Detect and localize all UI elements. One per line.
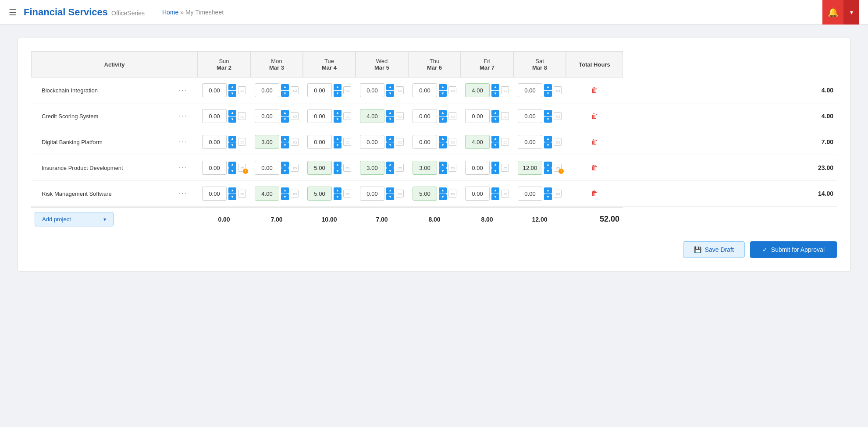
spinner-down-0-sun[interactable]: ▼ (228, 91, 236, 97)
add-project-button[interactable]: Add project ▾ (35, 212, 114, 226)
hour-input-1-wed[interactable] (360, 109, 384, 123)
spinner-down-1-wed[interactable]: ▼ (386, 116, 394, 123)
hour-input-1-thu[interactable] (413, 109, 437, 123)
note-icon-1-sun[interactable]: ▭ (238, 112, 246, 120)
spinner-down-3-fri[interactable]: ▼ (491, 168, 499, 174)
hour-input-2-fri[interactable] (465, 135, 490, 149)
hour-input-3-sat[interactable] (518, 161, 542, 175)
note-icon-4-mon[interactable]: ▭ (291, 190, 299, 198)
hour-input-0-fri[interactable] (465, 83, 490, 97)
spinner-down-1-fri[interactable]: ▼ (491, 116, 499, 123)
spinner-up-4-fri[interactable]: ▲ (491, 187, 499, 194)
note-icon-4-sat[interactable]: ▭ (554, 190, 562, 198)
hour-input-3-wed[interactable] (360, 161, 384, 175)
hour-input-2-tue[interactable] (307, 135, 332, 149)
hour-input-3-thu[interactable] (413, 161, 437, 175)
spinner-down-2-thu[interactable]: ▼ (439, 142, 447, 148)
spinner-up-1-sun[interactable]: ▲ (228, 110, 236, 116)
note-icon-1-sat[interactable]: ▭ (554, 112, 562, 120)
spinner-down-4-sun[interactable]: ▼ (228, 194, 236, 200)
activity-options-button-1[interactable]: ··· (179, 112, 187, 120)
hour-input-2-sat[interactable] (518, 135, 542, 149)
spinner-up-4-sat[interactable]: ▲ (544, 187, 552, 194)
note-icon-0-tue[interactable]: ▭ (343, 86, 351, 94)
hour-input-0-thu[interactable] (413, 83, 437, 97)
spinner-up-1-wed[interactable]: ▲ (386, 110, 394, 116)
hour-input-1-sun[interactable] (202, 109, 227, 123)
spinner-up-2-fri[interactable]: ▲ (491, 136, 499, 142)
hour-input-4-sat[interactable] (518, 187, 542, 201)
spinner-down-0-fri[interactable]: ▼ (491, 91, 499, 97)
spinner-up-4-wed[interactable]: ▲ (386, 187, 394, 194)
hour-input-4-sun[interactable] (202, 187, 227, 201)
hour-input-4-fri[interactable] (465, 187, 490, 201)
hour-input-2-wed[interactable] (360, 135, 384, 149)
spinner-down-2-mon[interactable]: ▼ (281, 142, 289, 148)
spinner-up-0-wed[interactable]: ▲ (386, 84, 394, 90)
notification-button[interactable]: 🔔 (822, 0, 843, 25)
hour-input-4-wed[interactable] (360, 187, 384, 201)
spinner-down-1-thu[interactable]: ▼ (439, 116, 447, 123)
hour-input-0-sun[interactable] (202, 83, 227, 97)
spinner-up-2-tue[interactable]: ▲ (334, 136, 342, 142)
note-icon-1-mon[interactable]: ▭ (291, 112, 299, 120)
spinner-down-2-tue[interactable]: ▼ (334, 142, 342, 148)
spinner-down-0-sat[interactable]: ▼ (544, 91, 552, 97)
spinner-down-2-sat[interactable]: ▼ (544, 142, 552, 148)
note-icon-0-thu[interactable]: ▭ (448, 86, 456, 94)
spinner-up-2-thu[interactable]: ▲ (439, 136, 447, 142)
spinner-down-4-wed[interactable]: ▼ (386, 194, 394, 200)
spinner-down-3-sun[interactable]: ▼ (228, 168, 236, 174)
delete-row-button-0[interactable]: 🗑 (589, 85, 600, 96)
spinner-up-4-mon[interactable]: ▲ (281, 187, 289, 194)
spinner-down-4-mon[interactable]: ▼ (281, 194, 289, 200)
note-icon-4-tue[interactable]: ▭ (343, 190, 351, 198)
note-icon-4-thu[interactable]: ▭ (448, 190, 456, 198)
note-icon-2-thu[interactable]: ▭ (448, 138, 456, 146)
spinner-up-2-mon[interactable]: ▲ (281, 136, 289, 142)
spinner-up-4-tue[interactable]: ▲ (334, 187, 342, 194)
spinner-up-0-sun[interactable]: ▲ (228, 84, 236, 90)
spinner-down-3-mon[interactable]: ▼ (281, 168, 289, 174)
spinner-down-0-tue[interactable]: ▼ (334, 91, 342, 97)
spinner-up-1-fri[interactable]: ▲ (491, 110, 499, 116)
spinner-down-4-tue[interactable]: ▼ (334, 194, 342, 200)
note-icon-0-sun[interactable]: ▭ (238, 86, 246, 94)
spinner-up-4-sun[interactable]: ▲ (228, 187, 236, 194)
delete-row-button-4[interactable]: 🗑 (589, 188, 600, 199)
delete-row-button-3[interactable]: 🗑 (589, 162, 600, 173)
hour-input-2-mon[interactable] (255, 135, 279, 149)
user-dropdown-button[interactable]: ▾ (843, 0, 859, 25)
spinner-up-1-sat[interactable]: ▲ (544, 110, 552, 116)
note-icon-3-tue[interactable]: ▭ (343, 164, 351, 172)
spinner-up-2-wed[interactable]: ▲ (386, 136, 394, 142)
hour-input-0-sat[interactable] (518, 83, 542, 97)
hour-input-2-sun[interactable] (202, 135, 227, 149)
activity-options-button-4[interactable]: ··· (179, 190, 187, 198)
note-icon-2-tue[interactable]: ▭ (343, 138, 351, 146)
spinner-up-2-sun[interactable]: ▲ (228, 136, 236, 142)
note-icon-0-sat[interactable]: ▭ (554, 86, 562, 94)
note-icon-1-thu[interactable]: ▭ (448, 112, 456, 120)
activity-options-button-2[interactable]: ··· (179, 138, 187, 146)
submit-button[interactable]: ✓ Submit for Approval (750, 241, 837, 258)
spinner-down-0-thu[interactable]: ▼ (439, 91, 447, 97)
note-icon-3-wed[interactable]: ▭ (396, 164, 404, 172)
spinner-up-1-tue[interactable]: ▲ (334, 110, 342, 116)
spinner-down-4-fri[interactable]: ▼ (491, 194, 499, 200)
note-icon-1-fri[interactable]: ▭ (501, 112, 509, 120)
spinner-up-0-thu[interactable]: ▲ (439, 84, 447, 90)
spinner-down-2-wed[interactable]: ▼ (386, 142, 394, 148)
hour-input-3-mon[interactable] (255, 161, 279, 175)
spinner-down-2-fri[interactable]: ▼ (491, 142, 499, 148)
menu-icon[interactable]: ☰ (9, 7, 17, 18)
spinner-up-0-tue[interactable]: ▲ (334, 84, 342, 90)
note-icon-2-wed[interactable]: ▭ (396, 138, 404, 146)
spinner-up-4-thu[interactable]: ▲ (439, 187, 447, 194)
spinner-down-1-sat[interactable]: ▼ (544, 116, 552, 123)
spinner-up-0-sat[interactable]: ▲ (544, 84, 552, 90)
spinner-up-0-mon[interactable]: ▲ (281, 84, 289, 90)
note-icon-0-fri[interactable]: ▭ (501, 86, 509, 94)
hour-input-4-thu[interactable] (413, 187, 437, 201)
hour-input-3-tue[interactable] (307, 161, 332, 175)
